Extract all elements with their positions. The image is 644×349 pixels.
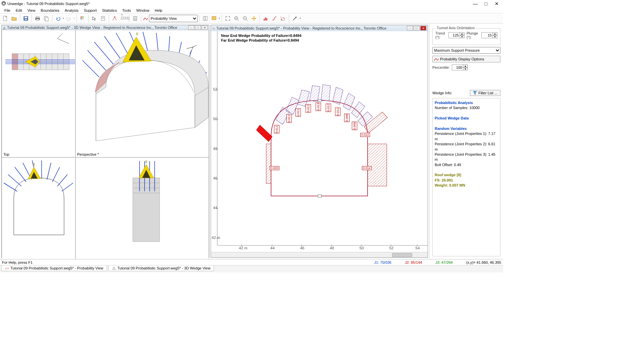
pan-button[interactable] <box>250 14 258 22</box>
svg-point-22 <box>134 18 135 19</box>
menu-view[interactable]: View <box>25 8 38 13</box>
svg-line-34 <box>246 19 248 21</box>
wedge-info-box: Probabilistic Analysis Number of Samples… <box>432 98 500 256</box>
prob-view-close[interactable]: ✕ <box>420 26 426 31</box>
svg-rect-129 <box>368 144 387 186</box>
svg-rect-38 <box>266 18 267 20</box>
label-arc-3: 0.012 <box>306 104 311 113</box>
save-button[interactable] <box>22 14 30 22</box>
menu-analysis[interactable]: Analysis <box>62 8 81 13</box>
arrow-button[interactable] <box>291 14 299 22</box>
menu-help[interactable]: Help <box>152 8 165 13</box>
trend-label: Trend (°): <box>435 31 446 39</box>
percentile-down[interactable]: ▼ <box>463 67 468 70</box>
front-view-pane[interactable]: 8 Front <box>2 157 75 259</box>
horizontal-scrollbar[interactable] <box>211 252 428 257</box>
svg-line-84 <box>57 174 67 186</box>
svg-line-30 <box>237 19 239 21</box>
svg-rect-26 <box>203 16 205 20</box>
svg-text:46: 46 <box>213 176 217 180</box>
support-type-select[interactable]: Maximum Support Pressure <box>432 47 500 54</box>
svg-text:52: 52 <box>389 246 393 250</box>
filter-list-button[interactable]: Filter List ... <box>470 90 500 96</box>
prob-view-maximize[interactable]: □ <box>414 26 420 31</box>
svg-line-62 <box>94 42 114 65</box>
persistence-2: Persistence (Joint Properties 2): 6.61 m <box>435 142 498 152</box>
side-panel: Tunnel Axis Orientation Trend (°): ▲▼ Pl… <box>429 23 503 259</box>
trend-down[interactable]: ▼ <box>460 35 465 38</box>
svg-text:50: 50 <box>360 246 364 250</box>
probability-canvas[interactable]: Near End Wedge Probability of Failure=0.… <box>211 31 428 252</box>
layout-button-1[interactable] <box>201 14 209 22</box>
wedge-view-minimize[interactable]: – <box>188 25 194 30</box>
tunnel-group-title: Tunnel Axis Orientation <box>435 26 476 30</box>
plunge-down[interactable]: ▼ <box>493 35 497 38</box>
zoom-out-button[interactable] <box>241 14 249 22</box>
samples-text: Number of Samples: 10000 <box>435 105 498 110</box>
top-view-pane[interactable]: Top <box>2 30 75 157</box>
trend-input[interactable] <box>448 32 460 38</box>
trend-up[interactable]: ▲ <box>460 32 465 35</box>
svg-rect-28 <box>212 16 216 20</box>
svg-line-85 <box>62 183 73 191</box>
menu-window[interactable]: Window <box>134 8 152 13</box>
document-button[interactable] <box>99 14 107 22</box>
menu-file[interactable]: File <box>2 8 13 13</box>
select-button[interactable] <box>90 14 98 22</box>
window-maximize-button[interactable]: □ <box>483 1 489 6</box>
roof-wedge-header: Roof wedge [8] <box>435 172 498 178</box>
svg-rect-36 <box>264 19 265 20</box>
percentile-up[interactable]: ▲ <box>463 64 468 67</box>
perspective-view-label: Perspective * <box>77 152 99 156</box>
tab-probability-view[interactable]: Tutorial 09 Probabilistic Support.weg5* … <box>1 265 107 271</box>
new-file-button[interactable] <box>1 14 9 22</box>
window-minimize-button[interactable]: — <box>472 1 478 6</box>
copy-button[interactable] <box>42 14 50 22</box>
svg-line-61 <box>88 50 106 70</box>
probability-display-options-button[interactable]: Probability Display Options <box>432 56 500 62</box>
plunge-up[interactable]: ▲ <box>493 32 497 35</box>
probability-view-window: ∿ Tutorial 09 Probabilistic Support.weg5… <box>211 25 428 258</box>
persistence-3: Persistence (Joint Properties 3): 1.45 m <box>435 152 498 162</box>
svg-text:?: ? <box>121 13 123 17</box>
svg-text:54: 54 <box>416 246 420 250</box>
view-mode-select[interactable]: Probability View <box>149 15 198 22</box>
undo-button[interactable] <box>54 14 62 22</box>
tool-button-1[interactable] <box>111 14 119 22</box>
label-right-mid: 0.014 <box>362 166 372 170</box>
perspective-view-pane[interactable]: 8 Perspective * <box>75 30 209 157</box>
zoom-in-button[interactable] <box>232 14 240 22</box>
zoom-extents-button[interactable] <box>224 14 232 22</box>
scatter-button[interactable] <box>279 14 287 22</box>
wedge-view-window: ◬ Tutorial 09 Probabilistic Support.weg5… <box>1 25 209 258</box>
menu-support[interactable]: Support <box>82 8 99 13</box>
svg-text:8: 8 <box>33 162 35 166</box>
wedge-view-maximize[interactable]: □ <box>195 25 201 30</box>
menu-statistics[interactable]: Statistics <box>100 8 119 13</box>
menu-tools[interactable]: Tools <box>120 8 133 13</box>
layout-button-2[interactable] <box>210 14 218 22</box>
document-tabs: Tutorial 09 Probabilistic Support.weg5* … <box>0 265 503 272</box>
menu-edit[interactable]: Edit <box>13 8 24 13</box>
cumulative-button[interactable] <box>270 14 278 22</box>
print-button[interactable] <box>34 14 42 22</box>
window-close-button[interactable]: ✕ <box>494 1 500 6</box>
prob-view-minimize[interactable]: – <box>407 26 413 31</box>
open-file-button[interactable] <box>10 14 18 22</box>
svg-rect-11 <box>82 16 84 18</box>
svg-text:44: 44 <box>270 246 275 250</box>
histogram-button[interactable] <box>262 14 270 22</box>
calculator-button[interactable] <box>131 14 139 22</box>
tool-button-2[interactable]: (233)? <box>119 14 127 22</box>
tab-wedge-view[interactable]: Tutorial 09 Probabilistic Support.weg5* … <box>108 265 214 271</box>
percentile-input[interactable] <box>452 64 463 70</box>
side-view-pane[interactable]: 8 Side <box>75 157 209 259</box>
grid-button[interactable] <box>78 14 87 22</box>
wedge-view-close[interactable]: ✕ <box>202 25 208 30</box>
svg-text:8: 8 <box>136 32 138 36</box>
menu-boundaries[interactable]: Boundaries <box>38 8 62 13</box>
picked-wedge-header: Picked Wedge Data <box>435 116 498 121</box>
svg-text:42 m: 42 m <box>239 246 247 250</box>
redo-button[interactable] <box>65 14 73 22</box>
plunge-input[interactable] <box>481 32 493 38</box>
